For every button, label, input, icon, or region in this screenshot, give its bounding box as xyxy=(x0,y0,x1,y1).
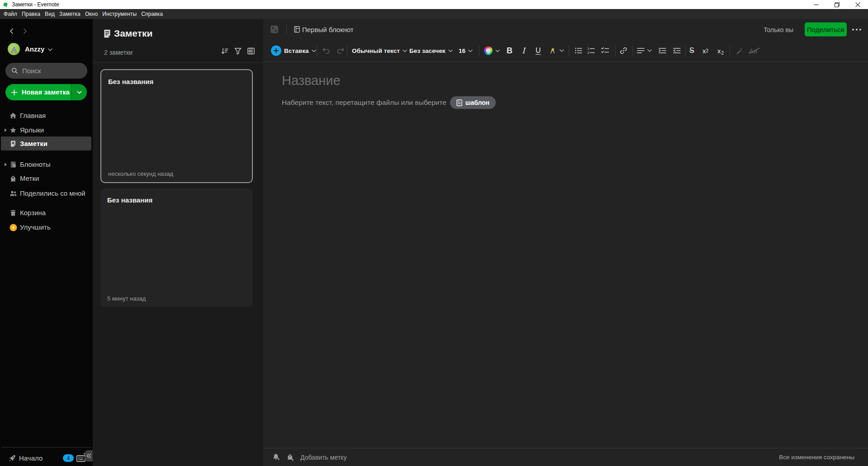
notification-badge: 4 xyxy=(63,454,74,462)
sidebar-item-notebooks[interactable]: Блокноты xyxy=(1,157,91,171)
window-controls xyxy=(806,0,868,9)
menu-file[interactable]: Файл xyxy=(4,11,17,17)
avatar: A xyxy=(8,43,20,55)
menu-help[interactable]: Справка xyxy=(141,11,163,17)
sidebar-item-upgrade[interactable]: Улучшить xyxy=(1,220,91,234)
sidebar-footer-divider xyxy=(1,447,91,447)
bold-button[interactable]: B xyxy=(507,46,512,56)
sidebar-item-tags[interactable]: Метки xyxy=(1,171,91,185)
template-button[interactable]: шаблон xyxy=(450,96,496,109)
outdent-icon[interactable] xyxy=(673,47,681,54)
menu-edit[interactable]: Правка xyxy=(22,11,40,17)
search-icon xyxy=(11,67,18,74)
superscript-button[interactable]: x2 xyxy=(702,47,708,55)
expand-caret-icon[interactable] xyxy=(5,128,7,132)
trash-icon xyxy=(9,209,17,217)
ai-wand-icon[interactable] xyxy=(735,47,744,55)
paragraph-style-dropdown[interactable]: Обычный текст xyxy=(352,47,407,54)
note-footer: Добавить метку Все изменения сохранены xyxy=(263,448,868,466)
search-placeholder: Поиск xyxy=(22,67,41,75)
underline-button[interactable]: U xyxy=(536,47,541,55)
insert-plus-icon xyxy=(271,46,281,56)
search-input[interactable]: Поиск xyxy=(5,63,87,79)
font-family-dropdown[interactable]: Без засечек xyxy=(409,47,453,54)
note-card-2[interactable]: Без названия 5 минут назад xyxy=(100,188,253,307)
keyboard-icon[interactable] xyxy=(76,455,85,462)
numbered-list-icon[interactable]: 12 xyxy=(587,47,595,54)
plus-icon xyxy=(11,89,18,96)
expand-note-button[interactable] xyxy=(270,26,278,33)
sidebar-item-shared-with-me[interactable]: Поделились со мной xyxy=(1,186,91,200)
tag-icon xyxy=(9,175,17,182)
expand-caret-icon[interactable] xyxy=(5,163,7,166)
format-toolbar: Вставка Обычный текст Без засечек 16 B xyxy=(263,40,868,62)
collapse-sidebar-button[interactable] xyxy=(85,450,93,461)
highlight-dropdown[interactable] xyxy=(550,47,564,54)
sidebar-item-notes[interactable]: Заметки xyxy=(1,137,91,151)
svg-text:2: 2 xyxy=(588,51,589,54)
menu-bar: Файл Правка Вид Заметка Окно Инструменты… xyxy=(0,9,868,19)
color-wheel-icon xyxy=(484,47,493,55)
indent-icon[interactable] xyxy=(659,47,666,54)
sidebar: A Anzzy Поиск Новая заметка Главная Ярлы… xyxy=(0,19,93,466)
add-tag-icon[interactable] xyxy=(286,453,294,461)
nav-back-icon[interactable] xyxy=(9,28,15,34)
people-icon xyxy=(9,190,17,197)
nav-forward-icon[interactable] xyxy=(22,28,28,34)
home-icon xyxy=(9,112,17,119)
close-button[interactable] xyxy=(847,0,868,9)
more-options-icon[interactable] xyxy=(852,28,861,30)
note-card-1[interactable]: Без названия несколько секунд назад xyxy=(100,69,253,183)
title-bar: Заметки - Evernote xyxy=(0,0,868,9)
upgrade-bolt-icon xyxy=(9,224,17,231)
italic-button[interactable]: I xyxy=(522,46,525,55)
menu-view[interactable]: Вид xyxy=(45,11,55,17)
save-status: Все изменения сохранены xyxy=(779,454,854,461)
sidebar-item-home[interactable]: Главная xyxy=(1,108,91,122)
star-icon xyxy=(9,127,17,134)
restore-button[interactable] xyxy=(826,0,847,9)
add-tag-label[interactable]: Добавить метку xyxy=(300,454,346,461)
bullet-list-icon[interactable] xyxy=(574,47,583,54)
rocket-icon xyxy=(9,454,16,462)
undo-icon[interactable] xyxy=(322,47,330,54)
menu-window[interactable]: Окно xyxy=(85,11,98,17)
shared-status[interactable]: Только вы xyxy=(764,26,793,33)
notes-list-divider xyxy=(93,62,263,63)
new-note-button[interactable]: Новая заметка xyxy=(5,84,87,100)
text-color-dropdown[interactable] xyxy=(484,47,500,55)
sidebar-item-shortcuts[interactable]: Ярлыки xyxy=(1,123,91,137)
subscript-button[interactable]: x2 xyxy=(717,47,724,55)
redo-icon[interactable] xyxy=(337,47,345,54)
note-body-area[interactable]: Наберите текст, перетащите файлы или выб… xyxy=(282,96,496,109)
new-note-dropdown[interactable] xyxy=(71,84,87,100)
share-button[interactable]: Поделиться xyxy=(805,23,847,37)
clear-formatting-icon[interactable]: Aa xyxy=(749,47,760,55)
window-title: Заметки - Evernote xyxy=(12,1,59,8)
view-options-icon[interactable] xyxy=(247,47,255,55)
notebook-name[interactable]: Первый блокнот xyxy=(302,26,354,33)
account-menu[interactable]: A Anzzy xyxy=(8,43,52,55)
reminder-bell-icon[interactable] xyxy=(272,453,280,461)
insert-button[interactable]: Вставка xyxy=(271,46,316,56)
menu-note[interactable]: Заметка xyxy=(59,11,81,17)
align-dropdown[interactable] xyxy=(637,47,652,54)
checklist-icon[interactable] xyxy=(601,47,609,54)
notebook-icon xyxy=(9,161,17,168)
font-size-dropdown[interactable]: 16 xyxy=(459,47,473,54)
notebook-small-icon xyxy=(294,26,300,33)
note-icon xyxy=(9,140,17,147)
evernote-logo-icon xyxy=(3,2,9,8)
filter-icon[interactable] xyxy=(234,47,242,55)
note-title-input[interactable]: Название xyxy=(282,73,341,88)
strikethrough-button[interactable]: S xyxy=(689,47,694,55)
sort-icon[interactable] xyxy=(221,47,229,55)
minimize-button[interactable] xyxy=(806,0,826,9)
menu-tools[interactable]: Инструменты xyxy=(102,11,137,17)
sidebar-item-trash[interactable]: Корзина xyxy=(1,206,91,220)
account-name: Anzzy xyxy=(25,45,44,53)
note-header: Первый блокнот Только вы Поделиться xyxy=(263,19,868,40)
body-placeholder: Наберите текст, перетащите файлы или выб… xyxy=(282,99,446,107)
getting-started-label[interactable]: Начало xyxy=(19,454,43,462)
link-icon[interactable] xyxy=(620,47,627,55)
